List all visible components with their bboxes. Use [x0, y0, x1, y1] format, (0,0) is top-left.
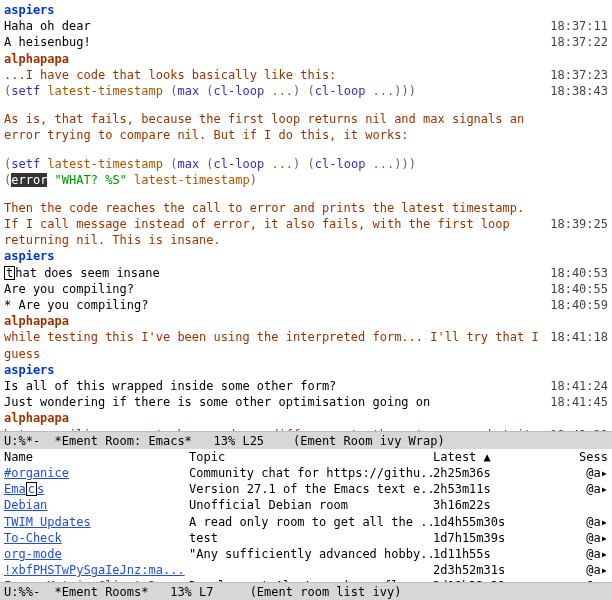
chat-line: alphapapa — [4, 51, 608, 67]
nick-alphapapa: alphapapa — [4, 314, 69, 328]
room-name[interactable]: Debian — [4, 497, 189, 513]
chat-line: byte-compiling seems to have made no dif… — [4, 427, 608, 432]
room-name[interactable]: org-mode — [4, 546, 189, 562]
chat-line: A heisenbug!18:37:22 — [4, 34, 608, 50]
room-latest: 1d11h55s — [433, 546, 578, 562]
chat-line: that does seem insane18:40:53 — [4, 265, 608, 281]
message-text: As is, that fails, because the first loo… — [4, 111, 548, 143]
room-latest: 2h53m11s — [433, 481, 578, 497]
room-session — [578, 497, 608, 513]
room-row[interactable]: To-Checktest1d7h15m39s@a▸ — [4, 530, 608, 546]
room-topic: A read only room to get all the ... — [189, 514, 433, 530]
room-session: @a▸ — [578, 562, 608, 578]
message-text: while testing this I've been using the i… — [4, 329, 548, 361]
chat-line: (setf latest-timestamp (max (cl-loop ...… — [4, 156, 608, 172]
timestamp: 18:41:45 — [548, 394, 608, 410]
timestamp: 18:39:25 — [548, 216, 608, 232]
message-text: byte-compiling seems to have made no dif… — [4, 427, 548, 432]
message-text: Are you compiling? — [4, 281, 548, 297]
chat-line: alphapapa — [4, 313, 608, 329]
modeline-chat: U:%*- *Ement Room: Emacs* 13% L25 (Ement… — [0, 431, 612, 449]
message-text: Then the code reaches the call to error … — [4, 200, 548, 216]
room-session: @a▸ — [578, 465, 608, 481]
col-header-latest[interactable]: Latest ▲ — [433, 449, 578, 465]
chat-line: (setf latest-timestamp (max (cl-loop ...… — [4, 83, 608, 99]
room-name[interactable]: TWIM Updates — [4, 514, 189, 530]
chat-line: while testing this I've been using the i… — [4, 329, 608, 361]
room-row[interactable]: EmacsVersion 27.1 of the Emacs text e...… — [4, 481, 608, 497]
timestamp: 18:41:18 — [548, 329, 608, 345]
room-row[interactable]: #organiceCommunity chat for https://gith… — [4, 465, 608, 481]
cursor: c — [26, 482, 37, 496]
message-text: If I call message instead of error, it a… — [4, 216, 548, 248]
chat-line: ...I have code that looks basically like… — [4, 67, 608, 83]
timestamp: 18:37:23 — [548, 67, 608, 83]
nick-alphapapa: alphapapa — [4, 411, 69, 425]
rooms-pane[interactable]: Name Topic Latest ▲ Sess #organiceCommun… — [0, 449, 612, 583]
chat-line: Is all of this wrapped inside some other… — [4, 378, 608, 394]
chat-line: aspiers — [4, 248, 608, 264]
nick-alphapapa: alphapapa — [4, 52, 69, 66]
timestamp: 18:37:22 — [548, 34, 608, 50]
chat-line: Just wondering if there is some other op… — [4, 394, 608, 410]
chat-line: As is, that fails, because the first loo… — [4, 111, 608, 143]
col-header-name[interactable]: Name — [4, 449, 189, 465]
chat-line: alphapapa — [4, 410, 608, 426]
timestamp: 18:40:53 — [548, 265, 608, 281]
message-text: A heisenbug! — [4, 34, 548, 50]
room-latest: 2h25m36s — [433, 465, 578, 481]
chat-line: Haha oh dear18:37:11 — [4, 18, 608, 34]
room-session: @a▸ — [578, 546, 608, 562]
chat-line: aspiers — [4, 362, 608, 378]
message-text: Haha oh dear — [4, 18, 548, 34]
nick-aspiers: aspiers — [4, 363, 55, 377]
nick-aspiers: aspiers — [4, 249, 55, 263]
room-name[interactable]: To-Check — [4, 530, 189, 546]
timestamp: 18:38:43 — [548, 83, 608, 99]
chat-line: If I call message instead of error, it a… — [4, 216, 608, 248]
modeline-rooms: U:%%- *Ement Rooms* 13% L7 (Ement room l… — [0, 582, 612, 600]
rooms-header: Name Topic Latest ▲ Sess — [4, 449, 608, 465]
room-name[interactable]: Emacs — [4, 481, 189, 497]
room-row[interactable]: DebianUnofficial Debian room3h16m22s — [4, 497, 608, 513]
room-row[interactable]: !xbfPHSTwPySgaIeJnz:ma...2d3h52m31s@a▸ — [4, 562, 608, 578]
col-header-topic[interactable]: Topic — [189, 449, 433, 465]
room-latest: 3h16m22s — [433, 497, 578, 513]
timestamp: 18:40:55 — [548, 281, 608, 297]
message-text: Is all of this wrapped inside some other… — [4, 378, 548, 394]
room-topic: Community chat for https://githu... — [189, 465, 433, 481]
room-topic — [189, 562, 433, 578]
chat-line: Then the code reaches the call to error … — [4, 200, 608, 216]
chat-line: * Are you compiling?18:40:59 — [4, 297, 608, 313]
room-topic: "Any sufficiently advanced hobby... — [189, 546, 433, 562]
code-line: (setf latest-timestamp (max (cl-loop ...… — [4, 156, 548, 172]
room-latest: 2d3h52m31s — [433, 562, 578, 578]
code-line: (error "WHAT? %S" latest-timestamp) — [4, 172, 548, 188]
timestamp: 18:41:24 — [548, 378, 608, 394]
cursor: t — [4, 266, 15, 280]
timestamp: 18:37:11 — [548, 18, 608, 34]
room-name[interactable]: !xbfPHSTwPySgaIeJnz:ma... — [4, 562, 189, 578]
message-text: ...I have code that looks basically like… — [4, 67, 548, 83]
message-text: that does seem insane — [4, 265, 548, 281]
col-header-sess[interactable]: Sess — [578, 449, 608, 465]
chat-pane[interactable]: aspiersHaha oh dear18:37:11A heisenbug!1… — [0, 0, 612, 431]
room-topic: Version 27.1 of the Emacs text e... — [189, 481, 433, 497]
chat-line: (error "WHAT? %S" latest-timestamp) — [4, 172, 608, 188]
room-session: @a▸ — [578, 514, 608, 530]
chat-line: Are you compiling?18:40:55 — [4, 281, 608, 297]
timestamp: 18:40:59 — [548, 297, 608, 313]
room-row[interactable]: org-mode"Any sufficiently advanced hobby… — [4, 546, 608, 562]
room-topic: test — [189, 530, 433, 546]
room-session: @a▸ — [578, 530, 608, 546]
room-row[interactable]: TWIM UpdatesA read only room to get all … — [4, 514, 608, 530]
nick-aspiers: aspiers — [4, 3, 55, 17]
chat-line: aspiers — [4, 2, 608, 18]
message-text: * Are you compiling? — [4, 297, 548, 313]
room-session: @a▸ — [578, 481, 608, 497]
room-latest: 1d7h15m39s — [433, 530, 578, 546]
code-line: (setf latest-timestamp (max (cl-loop ...… — [4, 83, 548, 99]
room-name[interactable]: #organice — [4, 465, 189, 481]
room-latest: 1d4h55m30s — [433, 514, 578, 530]
timestamp: 18:42:21 — [548, 427, 608, 432]
